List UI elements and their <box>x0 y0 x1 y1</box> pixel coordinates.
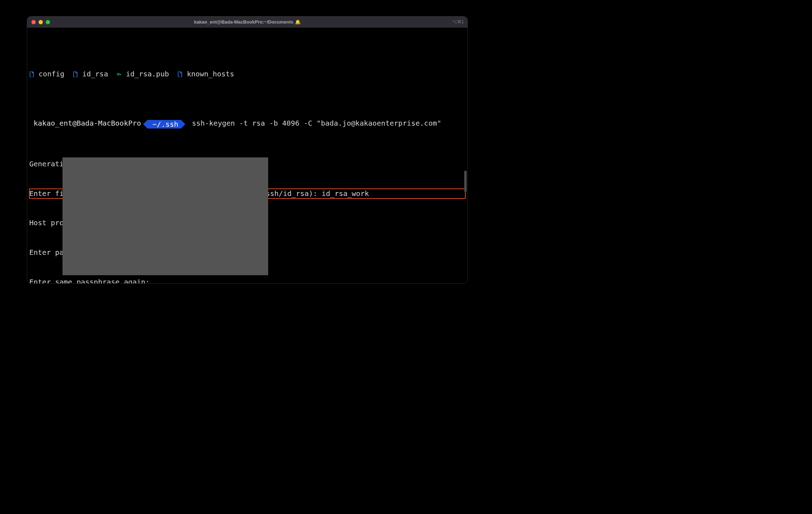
file-icon <box>73 70 78 78</box>
prompt-line: kakao_ent@Bada-MacBookPro ~/.ssh ssh-key… <box>29 119 465 130</box>
window-title: kakao_ent@Bada-MacBookPro:~/Documents <box>194 19 293 25</box>
close-icon[interactable] <box>31 20 36 24</box>
output-line: Enter same passphrase again: <box>29 277 465 284</box>
command-text: ssh-keygen -t rsa -b 4096 -C "bada.jo@ka… <box>187 119 441 127</box>
zoom-icon[interactable] <box>46 20 50 24</box>
ls-output-row: config id_rsa id_rsa.pub known_hosts <box>29 69 465 79</box>
key-icon <box>117 70 122 78</box>
terminal-body[interactable]: config id_rsa id_rsa.pub known_hosts kak… <box>27 28 467 283</box>
prompt-host: kakao_ent@Bada-MacBookPro <box>29 119 145 127</box>
file-name: id_rsa <box>82 70 108 78</box>
file-icon <box>29 70 34 78</box>
file-name: known_hosts <box>187 70 234 78</box>
pane-shortcut: ⌥⌘1 <box>452 19 464 25</box>
prompt-path: ~/.ssh <box>147 120 181 128</box>
titlebar[interactable]: kakao_ent@Bada-MacBookPro:~/Documents 🔔 … <box>27 16 467 28</box>
file-name: id_rsa.pub <box>126 70 169 78</box>
redaction-block <box>62 157 268 275</box>
file-icon <box>177 70 182 78</box>
scrollbar-thumb[interactable] <box>464 171 467 192</box>
file-name: config <box>39 70 64 78</box>
minimize-icon[interactable] <box>39 20 43 24</box>
traffic-lights <box>27 20 50 24</box>
bell-icon: 🔔 <box>295 19 301 25</box>
terminal-window: kakao_ent@Bada-MacBookPro:~/Documents 🔔 … <box>27 16 468 284</box>
